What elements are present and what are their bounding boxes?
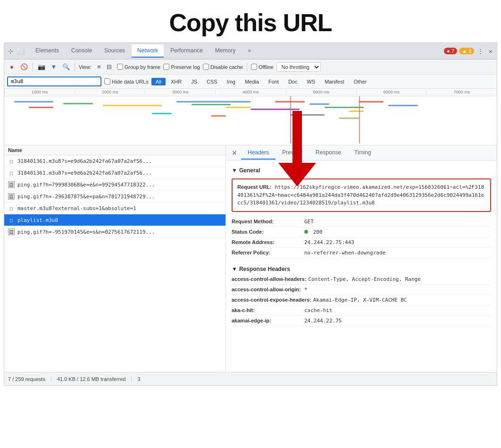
hide-data-urls-checkbox[interactable]: Hide data URLs [104,78,149,85]
filter-font-btn[interactable]: Font [264,78,283,85]
filter-toggle-button[interactable]: ▼ [49,62,58,72]
device-icon[interactable]: ⬜ [17,47,25,55]
img-icon-6: 🖼 [8,228,15,235]
detail-tab-response[interactable]: Response [309,146,348,160]
file-item-6[interactable]: 🖼 ping.gif?h=-951970145&e=s&n=0275617672… [4,226,225,238]
general-section-header: ▼ General [232,164,491,176]
devtools-main: Name □ 318401361.m3u8?s=e9d6a2b242fa67a0… [4,145,497,372]
resp-header-label-0: access-control-allow-headers: [232,276,306,282]
warning-badge: ▲ 3 [459,48,474,54]
resp-header-label-4: akamai-edge-ip: [232,318,302,323]
status-code-row: Status Code: 200 [232,227,491,237]
view-icons: ≡ ⊟ [94,62,114,72]
detail-view-btn[interactable]: ⊟ [105,62,114,72]
filter-xhr-btn[interactable]: XHR [167,78,186,85]
more-options-icon[interactable]: ⋮ [476,47,484,55]
camera-button[interactable]: 📷 [37,62,46,72]
filter-other-btn[interactable]: Other [350,78,371,85]
tick-7000: 7000 ms [426,90,497,95]
general-toggle[interactable]: ▼ [232,167,237,174]
status-green-dot [304,230,308,234]
filter-css-btn[interactable]: CSS [202,78,222,85]
file-list-header: Name [4,145,225,155]
doc-icon-0: □ [8,158,15,164]
transfer-size: 41.0 KB / 12.6 MB transferred [57,376,132,382]
disable-cache-checkbox[interactable]: Disable cache [203,64,243,70]
filter-doc-btn[interactable]: Doc [284,78,302,85]
list-view-btn[interactable]: ≡ [94,62,104,72]
file-name-3: ping.gif?h=-296387875&e=pa&n=78173194872… [17,194,222,200]
file-item-1[interactable]: □ 318401361.m3u8?s=e9d6a2b242fa67a07a2af… [4,167,225,179]
timeline-ruler: 1000 ms 2000 ms 3000 ms 4000 ms 5000 ms … [4,89,497,96]
throttling-select[interactable]: No throttling Fast 3G Slow 3G [276,62,321,72]
file-item-5[interactable]: □ playlist.m3u8 [4,214,225,226]
resp-header-1: access-control-allow-origin: * [232,285,491,295]
referrer-policy-row: Referrer Policy: no-referrer-when-downgr… [232,248,491,258]
tick-6000: 6000 ms [356,90,426,95]
detail-tab-timing[interactable]: Timing [348,146,378,160]
resp-header-label-2: access-control-expose-headers: [232,297,311,303]
tab-more[interactable]: » [242,44,257,58]
record-button[interactable]: ● [7,62,17,72]
detail-tabs: ✕ Headers Preview Response Timing [226,145,497,161]
tab-memory[interactable]: Memory [209,44,241,58]
response-headers-section: ▼ Response Headers access-control-allow-… [232,263,491,326]
resp-header-0: access-control-allow-headers: Content-Ty… [232,274,491,285]
request-url-label: Request URL: [237,184,272,190]
status-extra: 3 [137,376,146,382]
file-item-4[interactable]: □ master.m3u8?external-subs=1&absolute=1 [4,203,225,214]
tab-console[interactable]: Console [66,44,98,58]
filter-all-btn[interactable]: All [151,78,166,85]
doc-icon-4: □ [8,205,15,211]
network-toolbar: ● 🚫 📷 ▼ 🔍 View: ≡ ⊟ Group by frame Prese… [4,59,497,75]
tab-elements[interactable]: Elements [30,44,65,58]
filter-js-btn[interactable]: JS [187,78,201,85]
referrer-policy-label: Referrer Policy: [232,250,302,255]
doc-icon-5: □ [8,217,15,223]
filter-manifest-btn[interactable]: Manifest [320,78,349,85]
filter-ws-btn[interactable]: WS [302,78,319,85]
detail-content: ▼ General Request URL: https://162skyfir… [226,161,497,330]
devtools-control-icons: ⊹ ⬜ [6,47,25,55]
detail-tab-headers[interactable]: Headers [241,146,276,160]
group-by-frame-checkbox[interactable]: Group by frame [117,64,160,70]
resp-header-value-1: * [304,287,308,293]
file-list-panel: Name □ 318401361.m3u8?s=e9d6a2b242fa67a0… [4,145,226,372]
offline-checkbox[interactable]: Offline [251,64,274,70]
request-method-value: GET [304,219,314,225]
detail-tab-preview[interactable]: Preview [276,146,309,160]
resp-header-value-4: 24.244.22.75 [304,318,342,324]
tab-network[interactable]: Network [132,44,164,58]
response-headers-section-header: ▼ Response Headers [232,263,491,274]
clear-button[interactable]: 🚫 [19,62,29,72]
resp-header-value-2: Akamai-Edge-IP, X-VIM-CACHE BC [313,297,407,303]
resp-header-value-3: cache-hit [304,307,333,313]
filter-input[interactable] [7,76,101,86]
request-method-row: Request Method: GET [232,217,491,227]
file-name-5: playlist.m3u8 [17,217,222,223]
search-button[interactable]: 🔍 [61,62,71,72]
name-column-header: Name [8,147,22,153]
file-item-3[interactable]: 🖼 ping.gif?h=-296387875&e=pa&n=781731948… [4,191,225,203]
detail-close-button[interactable]: ✕ [228,147,241,159]
remote-address-row: Remote Address: 24.244.22.75:443 [232,237,491,248]
remote-address-label: Remote Address: [232,239,302,245]
separator-3 [247,63,247,71]
doc-icon-1: □ [8,169,15,176]
tab-sources[interactable]: Sources [99,44,131,58]
filter-img-btn[interactable]: Img [223,78,240,85]
response-headers-toggle[interactable]: ▼ [232,266,237,272]
preserve-log-checkbox[interactable]: Preserve log [163,64,200,70]
error-badge: ● 7 [444,48,457,54]
file-item-2[interactable]: 🖼 ping.gif?h=799983068&e=e&n=99294547718… [4,179,225,191]
filter-media-btn[interactable]: Media [241,78,263,85]
page-title: Copy this URL [0,8,501,37]
file-item-0[interactable]: □ 318401361.m3u8?s=e9d6a2b242fa67a07a2af… [4,155,225,167]
close-devtools-icon[interactable]: ✕ [486,47,495,55]
tick-5000: 5000 ms [286,90,356,95]
cursor-icon[interactable]: ⊹ [6,47,15,55]
referrer-policy-value: no-referrer-when-downgrade [304,250,385,256]
img-icon-2: 🖼 [8,181,15,188]
filter-type-buttons: All XHR JS CSS Img Media Font Doc WS Man… [151,78,371,85]
tab-performance[interactable]: Performance [165,44,209,58]
